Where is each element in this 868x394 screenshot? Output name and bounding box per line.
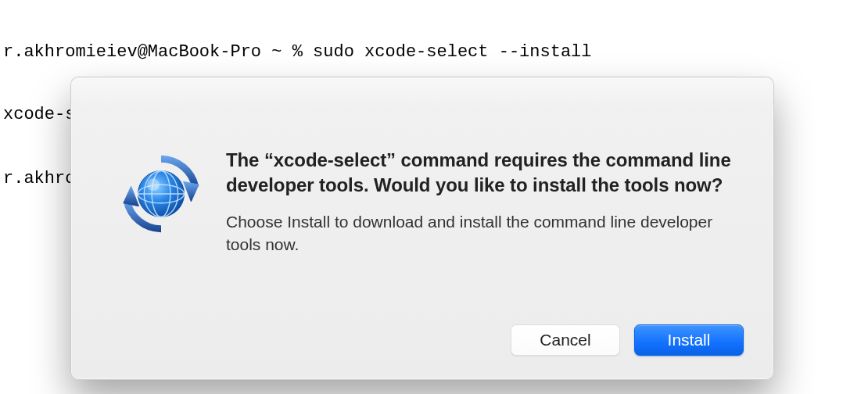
dialog-icon-column bbox=[102, 110, 220, 356]
software-update-icon bbox=[115, 148, 207, 243]
dialog-description: Choose Install to download and install t… bbox=[226, 211, 742, 256]
svg-marker-0 bbox=[184, 181, 199, 202]
dialog-title: The “xcode-select” command requires the … bbox=[226, 148, 742, 197]
svg-point-7 bbox=[147, 178, 160, 191]
cancel-button[interactable]: Cancel bbox=[511, 324, 620, 356]
dialog-text-column: The “xcode-select” command requires the … bbox=[220, 110, 742, 356]
dialog-button-row: Cancel Install bbox=[511, 324, 744, 356]
install-dialog: The “xcode-select” command requires the … bbox=[70, 77, 774, 380]
svg-marker-1 bbox=[124, 186, 139, 206]
terminal-line: r.akhromieiev@MacBook-Pro ~ % sudo xcode… bbox=[3, 42, 865, 63]
install-button[interactable]: Install bbox=[634, 324, 744, 356]
